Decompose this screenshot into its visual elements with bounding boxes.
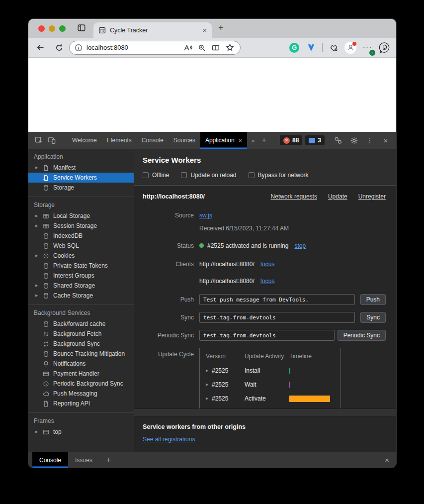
tab-welcome[interactable]: Welcome bbox=[67, 132, 102, 149]
new-tab-button[interactable]: + bbox=[218, 23, 224, 32]
expand-arrow-icon[interactable]: ▶ bbox=[35, 284, 42, 288]
grammarly-extension-icon[interactable]: G bbox=[288, 42, 300, 54]
sidebar-item-back-forward-cache[interactable]: Back/forward cache bbox=[28, 319, 134, 329]
sidebar-item-web-sql[interactable]: Web SQL bbox=[28, 241, 134, 251]
url-text[interactable]: localhost:8080 bbox=[86, 44, 179, 51]
offline-checkbox[interactable]: Offline bbox=[143, 172, 169, 179]
expand-arrow-icon[interactable]: ▶ bbox=[35, 254, 42, 258]
site-info-icon[interactable] bbox=[75, 44, 83, 52]
add-devtools-tab-icon[interactable]: + bbox=[258, 136, 269, 145]
expand-arrow-icon[interactable]: ▶ bbox=[35, 166, 42, 170]
sidebar-item-private-state-tokens[interactable]: Private State Tokens bbox=[28, 261, 134, 271]
expand-arrow-icon[interactable]: ▶ bbox=[35, 224, 42, 228]
sidebar-item-manifest[interactable]: ▶ Manifest bbox=[28, 163, 134, 173]
close-window-button[interactable] bbox=[38, 25, 45, 32]
sidebar-item-bounce-tracking-mitigation[interactable]: Bounce Tracking Mitigation bbox=[28, 349, 134, 359]
error-badge[interactable]: ✕88 bbox=[280, 135, 302, 145]
tab-application[interactable]: Application× bbox=[200, 132, 247, 149]
expand-arrow-icon[interactable]: ▶ bbox=[35, 430, 42, 434]
sidebar-item-notifications[interactable]: Notifications bbox=[28, 359, 134, 369]
sync-button[interactable]: Sync bbox=[360, 312, 386, 323]
sidebar-item-shared-storage[interactable]: ▶ Shared Storage bbox=[28, 281, 134, 291]
expand-arrow-icon[interactable]: ▶ bbox=[206, 383, 212, 387]
sidebar-item-reporting-api[interactable]: Reporting API bbox=[28, 399, 134, 408]
browser-essentials-icon[interactable] bbox=[328, 42, 339, 54]
expand-arrow-icon[interactable]: ▶ bbox=[206, 397, 212, 401]
more-tabs-icon[interactable]: » bbox=[247, 137, 258, 144]
sidebar-item-top-frame[interactable]: ▶ top bbox=[28, 427, 134, 437]
issues-badge[interactable]: 3 bbox=[305, 135, 325, 145]
source-file-link[interactable]: sw.js bbox=[199, 212, 212, 219]
refresh-icon[interactable] bbox=[53, 42, 65, 54]
expand-arrow-icon[interactable]: ▶ bbox=[35, 294, 42, 298]
update-on-reload-checkbox[interactable]: Update on reload bbox=[181, 172, 236, 179]
sidebar-item-storage[interactable]: Storage bbox=[28, 183, 134, 193]
split-screen-icon[interactable] bbox=[210, 42, 221, 53]
see-all-registrations-link[interactable]: See all registrations bbox=[143, 436, 195, 443]
back-icon[interactable] bbox=[34, 42, 46, 54]
tab-close-icon[interactable]: × bbox=[202, 26, 207, 34]
sidebar-item-background-fetch[interactable]: Background Fetch bbox=[28, 329, 134, 339]
maximize-window-button[interactable] bbox=[59, 25, 66, 32]
copilot-icon[interactable] bbox=[378, 42, 390, 54]
tab-console[interactable]: Console bbox=[137, 132, 169, 149]
favicon-calendar-icon bbox=[98, 26, 106, 34]
sidebar-item-service-workers[interactable]: Service Workers bbox=[28, 173, 134, 183]
close-devtools-icon[interactable]: × bbox=[379, 134, 392, 147]
push-input[interactable] bbox=[199, 294, 355, 305]
stop-link[interactable]: stop bbox=[294, 242, 306, 249]
sidebar-item-local-storage[interactable]: ▶ Local Storage bbox=[28, 211, 134, 221]
minimize-window-button[interactable] bbox=[49, 25, 55, 32]
bypass-for-network-checkbox[interactable]: Bypass for network bbox=[249, 172, 309, 179]
settings-more-icon[interactable]: ···↑ bbox=[361, 42, 373, 54]
sidebar-item-background-sync[interactable]: Background Sync bbox=[28, 339, 134, 349]
table-row-wait[interactable]: ▶ #2525 Wait bbox=[200, 378, 340, 392]
settings-gear-icon[interactable] bbox=[347, 134, 360, 147]
sidebar-item-periodic-background-sync[interactable]: Periodic Background Sync bbox=[28, 379, 134, 389]
browser-tab[interactable]: Cycle Tracker × bbox=[93, 22, 212, 38]
profile-avatar[interactable] bbox=[344, 42, 356, 54]
sidebar-item-push-messaging[interactable]: Push Messaging bbox=[28, 389, 134, 399]
checkbox-box[interactable] bbox=[181, 172, 187, 178]
v-extension-icon[interactable] bbox=[305, 42, 317, 54]
sidebar-item-cookies[interactable]: ▶ Cookies bbox=[28, 251, 134, 261]
tab-actions-menu-icon[interactable] bbox=[77, 23, 86, 32]
linked-devices-icon[interactable] bbox=[332, 134, 344, 147]
favorites-star-icon[interactable] bbox=[224, 42, 235, 53]
sidebar-item-indexeddb[interactable]: IndexedDB bbox=[28, 231, 134, 241]
unregister-link[interactable]: Unregister bbox=[358, 193, 386, 200]
add-drawer-tab-icon[interactable]: + bbox=[106, 456, 111, 465]
sidebar-item-cache-storage[interactable]: ▶ Cache Storage bbox=[28, 291, 134, 301]
devtools-menu-icon[interactable]: ⋮ bbox=[363, 134, 376, 147]
expand-arrow-icon[interactable]: ▶ bbox=[35, 214, 42, 218]
table-row-activate[interactable]: ▶ #2525 Activate bbox=[200, 392, 340, 405]
push-button[interactable]: Push bbox=[360, 294, 386, 305]
sync-input[interactable] bbox=[199, 312, 355, 323]
device-toolbar-icon[interactable] bbox=[45, 134, 58, 147]
network-requests-link[interactable]: Network requests bbox=[271, 193, 317, 200]
inspect-element-icon[interactable] bbox=[32, 134, 45, 147]
address-bar[interactable]: localhost:8080 bbox=[69, 41, 241, 55]
web-page-viewport[interactable] bbox=[28, 58, 396, 132]
tab-application-close-icon[interactable]: × bbox=[239, 137, 243, 144]
read-aloud-icon[interactable] bbox=[182, 42, 193, 53]
checkbox-box[interactable] bbox=[143, 172, 149, 178]
update-link[interactable]: Update bbox=[328, 193, 347, 200]
drawer-tab-issues[interactable]: Issues bbox=[68, 452, 99, 468]
zoom-icon[interactable] bbox=[196, 42, 207, 53]
tab-sources[interactable]: Sources bbox=[169, 132, 200, 149]
sidebar-item-interest-groups[interactable]: Interest Groups bbox=[28, 271, 134, 281]
periodic-sync-button[interactable]: Periodic Sync bbox=[338, 330, 386, 341]
table-row-install[interactable]: ▶ #2525 Install bbox=[200, 364, 340, 378]
close-drawer-icon[interactable]: × bbox=[385, 456, 389, 464]
periodic-sync-input[interactable] bbox=[199, 330, 335, 341]
sidebar-item-session-storage[interactable]: ▶ Session Storage bbox=[28, 221, 134, 231]
sidebar-item-payment-handler[interactable]: Payment Handler bbox=[28, 369, 134, 379]
drawer-tab-console[interactable]: Console bbox=[32, 452, 68, 468]
focus-link[interactable]: focus bbox=[260, 278, 275, 285]
expand-arrow-icon[interactable]: ▶ bbox=[206, 369, 212, 373]
checkbox-box[interactable] bbox=[249, 172, 254, 178]
timeline-bar-activate bbox=[289, 396, 330, 402]
tab-elements[interactable]: Elements bbox=[102, 132, 137, 149]
focus-link[interactable]: focus bbox=[260, 261, 275, 268]
